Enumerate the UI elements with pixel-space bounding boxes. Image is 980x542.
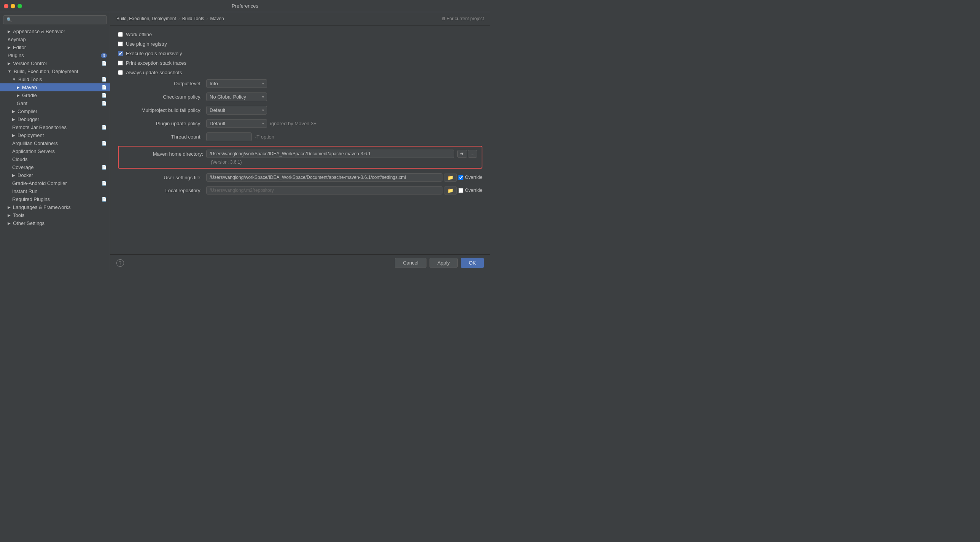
sidebar-item-plugins[interactable]: Plugins 3 bbox=[0, 51, 110, 59]
arrow-icon: ▶ bbox=[12, 109, 15, 113]
sidebar-item-tools[interactable]: ▶ Tools bbox=[0, 211, 110, 219]
user-settings-row: User settings file: 📁 Override bbox=[118, 173, 482, 182]
checksum-policy-select[interactable]: No Global Policy Strict Warn bbox=[206, 92, 267, 101]
sidebar-item-instant-run[interactable]: Instant Run bbox=[0, 187, 110, 195]
local-repo-input[interactable] bbox=[206, 186, 442, 194]
page-icon: 📄 bbox=[102, 141, 107, 146]
arrow-icon: ▶ bbox=[12, 173, 15, 177]
window-title: Preferences bbox=[232, 3, 258, 9]
sidebar-item-keymap[interactable]: Keymap bbox=[0, 35, 110, 43]
sidebar-item-build-tools[interactable]: ▼ Build Tools 📄 bbox=[0, 75, 110, 83]
sidebar-item-label: Editor bbox=[13, 45, 26, 50]
settings-body: Work offline Use plugin registry Execute… bbox=[110, 26, 490, 254]
sidebar-item-app-servers[interactable]: Application Servers bbox=[0, 147, 110, 155]
sidebar-item-compiler[interactable]: ▶ Compiler bbox=[0, 107, 110, 115]
print-exception-checkbox[interactable] bbox=[118, 61, 123, 65]
cancel-button[interactable]: Cancel bbox=[395, 258, 426, 268]
arrow-icon: ▶ bbox=[17, 93, 20, 97]
work-offline-checkbox[interactable] bbox=[118, 32, 123, 37]
arrow-icon: ▶ bbox=[8, 45, 11, 49]
breadcrumb-sep-2: › bbox=[207, 16, 208, 21]
use-plugin-registry-checkbox[interactable] bbox=[118, 41, 123, 46]
local-repo-control: 📁 Override bbox=[206, 186, 482, 194]
monitor-icon: 🖥 bbox=[441, 16, 445, 21]
local-repo-override-checkbox[interactable] bbox=[458, 188, 463, 193]
sidebar-item-coverage[interactable]: Coverage 📄 bbox=[0, 163, 110, 171]
arrow-icon: ▶ bbox=[12, 117, 15, 121]
arrow-icon: ▶ bbox=[8, 61, 11, 65]
sidebar-item-label: Clouds bbox=[12, 156, 27, 162]
sidebar-item-appearance[interactable]: ▶ Appearance & Behavior bbox=[0, 27, 110, 35]
apply-button[interactable]: Apply bbox=[430, 258, 458, 268]
page-icon: 📄 bbox=[102, 101, 107, 106]
plugin-update-hint: ignored by Maven 3+ bbox=[270, 121, 317, 126]
ok-button[interactable]: OK bbox=[461, 258, 484, 268]
sidebar-item-gradle[interactable]: ▶ Gradle 📄 bbox=[0, 91, 110, 99]
user-settings-override: Override bbox=[458, 175, 482, 180]
sidebar-item-debugger[interactable]: ▶ Debugger bbox=[0, 115, 110, 123]
page-icon: 📄 bbox=[102, 93, 107, 98]
sidebar-item-gant[interactable]: Gant 📄 bbox=[0, 99, 110, 107]
sidebar-item-arquillian[interactable]: Arquillian Containers 📄 bbox=[0, 139, 110, 147]
multiproject-fail-select[interactable]: Default Fail At End Fail Never bbox=[206, 106, 267, 115]
sidebar-item-required-plugins[interactable]: Required Plugins 📄 bbox=[0, 195, 110, 203]
sidebar-item-deployment[interactable]: ▶ Deployment bbox=[0, 131, 110, 139]
local-repo-browse-btn[interactable]: 📁 bbox=[444, 187, 457, 194]
thread-count-input[interactable] bbox=[206, 132, 252, 141]
multiproject-fail-control: Default Fail At End Fail Never bbox=[206, 106, 267, 115]
title-bar: Preferences bbox=[0, 0, 490, 12]
local-repo-row: Local repository: 📁 Override bbox=[118, 186, 482, 194]
local-repo-override-label: Override bbox=[465, 188, 482, 193]
maximize-button[interactable] bbox=[18, 4, 22, 8]
sidebar-item-label: Debugger bbox=[18, 116, 39, 122]
always-update-checkbox[interactable] bbox=[118, 70, 123, 75]
sidebar-item-label: Compiler bbox=[18, 108, 37, 114]
output-level-control: Info Debug Warning Error bbox=[206, 79, 267, 88]
sidebar-item-maven[interactable]: ▶ Maven 📄 bbox=[0, 83, 110, 91]
page-icon: 📄 bbox=[102, 181, 107, 186]
plugin-update-control: Default Always Never ignored by Maven 3+ bbox=[206, 119, 317, 128]
close-button[interactable] bbox=[4, 4, 8, 8]
traffic-lights bbox=[4, 4, 22, 8]
sidebar-item-build-execution[interactable]: ▼ Build, Execution, Deployment bbox=[0, 67, 110, 75]
checksum-policy-control: No Global Policy Strict Warn bbox=[206, 92, 267, 101]
arrow-icon: ▼ bbox=[8, 69, 11, 73]
maven-home-dropdown-btn[interactable]: ▼ bbox=[457, 150, 467, 158]
maven-home-browse-btn[interactable]: ... bbox=[468, 150, 477, 158]
user-settings-browse-btn[interactable]: 📁 bbox=[444, 174, 457, 182]
sidebar-item-label: Docker bbox=[18, 172, 33, 178]
sidebar-item-label: Remote Jar Repositories bbox=[12, 124, 67, 130]
sidebar-item-label: Build, Execution, Deployment bbox=[14, 69, 78, 74]
execute-goals-checkbox[interactable] bbox=[118, 51, 123, 56]
execute-goals-label: Execute goals recursively bbox=[126, 51, 182, 56]
help-button[interactable]: ? bbox=[116, 259, 124, 267]
footer-buttons: Cancel Apply OK bbox=[395, 258, 484, 268]
search-box[interactable]: 🔍 bbox=[3, 15, 107, 24]
sidebar-item-gradle-android[interactable]: Gradle-Android Compiler 📄 bbox=[0, 179, 110, 187]
sidebar-item-languages[interactable]: ▶ Languages & Frameworks bbox=[0, 203, 110, 211]
search-input[interactable] bbox=[14, 17, 103, 22]
sidebar-item-version-control[interactable]: ▶ Version Control 📄 bbox=[0, 59, 110, 67]
user-settings-override-label: Override bbox=[465, 175, 482, 180]
user-settings-input[interactable] bbox=[206, 173, 442, 182]
minimize-button[interactable] bbox=[11, 4, 15, 8]
maven-home-dropdown-wrapper: ▼ bbox=[457, 150, 465, 158]
sidebar-item-label: Application Servers bbox=[12, 148, 55, 154]
output-level-select-wrapper: Info Debug Warning Error bbox=[206, 79, 267, 88]
sidebar-item-label: Instant Run bbox=[12, 188, 38, 194]
sidebar-item-label: Coverage bbox=[12, 164, 33, 170]
sidebar-item-label: Other Settings bbox=[13, 220, 45, 226]
sidebar-item-other-settings[interactable]: ▶ Other Settings bbox=[0, 219, 110, 227]
user-settings-override-checkbox[interactable] bbox=[458, 175, 463, 180]
sidebar-item-remote-jar[interactable]: Remote Jar Repositories 📄 bbox=[0, 123, 110, 131]
plugin-update-select-wrapper: Default Always Never bbox=[206, 119, 267, 128]
sidebar-item-docker[interactable]: ▶ Docker bbox=[0, 171, 110, 179]
sidebar-item-clouds[interactable]: Clouds bbox=[0, 155, 110, 163]
plugin-update-select[interactable]: Default Always Never bbox=[206, 119, 267, 128]
checksum-policy-select-wrapper: No Global Policy Strict Warn bbox=[206, 92, 267, 101]
output-level-select[interactable]: Info Debug Warning Error bbox=[206, 79, 267, 88]
sidebar-item-editor[interactable]: ▶ Editor bbox=[0, 43, 110, 51]
content-area: Build, Execution, Deployment › Build Too… bbox=[110, 12, 490, 271]
output-level-row: Output level: Info Debug Warning Error bbox=[118, 79, 482, 88]
maven-home-input[interactable] bbox=[206, 150, 454, 158]
